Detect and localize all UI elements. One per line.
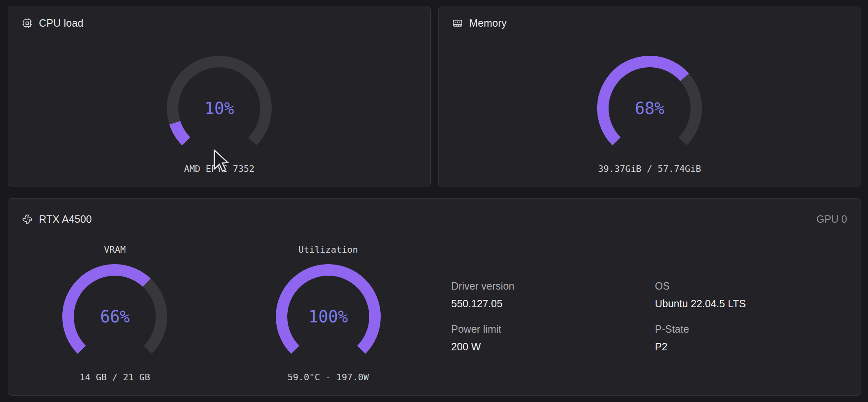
vram-gauge-sublabel: 14 GB / 21 GB xyxy=(80,372,150,383)
cpu-chip-icon xyxy=(22,18,32,28)
vram-gauge-value: 66% xyxy=(62,264,167,369)
memory-card-title: Memory xyxy=(469,18,507,28)
gpu-card-header: RTX A4500 GPU 0 xyxy=(8,214,861,224)
utilization-gauge-sublabel: 59.0°C - 197.0W xyxy=(287,372,369,383)
cpu-gauge-sublabel: AMD EPYC 7352 xyxy=(184,163,254,175)
os-value: Ubuntu 22.04.5 LTS xyxy=(655,297,861,311)
pstate-field: P-State P2 xyxy=(655,322,861,354)
power-limit-field: Power limit 200 W xyxy=(451,322,655,354)
cpu-card-title: CPU load xyxy=(39,18,84,28)
utilization-gauge-title: Utilization xyxy=(298,244,358,256)
memory-card: Memory 68% 39.37GiB / 57.74GiB xyxy=(438,6,861,187)
cpu-card-header: CPU load xyxy=(22,18,416,28)
utilization-gauge: 100% xyxy=(276,264,381,369)
cpu-gauge: 10% xyxy=(167,56,272,161)
os-label: OS xyxy=(655,279,861,293)
memory-gauge: 68% xyxy=(597,56,702,161)
power-limit-value: 200 W xyxy=(451,340,655,354)
utilization-gauge-value: 100% xyxy=(276,264,381,369)
memory-stick-icon xyxy=(452,18,463,28)
os-field: OS Ubuntu 22.04.5 LTS xyxy=(655,279,861,311)
pstate-value: P2 xyxy=(655,340,861,354)
vram-gauge-block: VRAM 66% 14 GB / 21 GB xyxy=(8,224,222,383)
gpu-card: RTX A4500 GPU 0 VRAM 66% 14 GB / 21 GB xyxy=(8,198,861,396)
utilization-gauge-block: Utilization 100% 59.0°C - 197.0W xyxy=(222,224,435,383)
gpu-index-badge: GPU 0 xyxy=(816,213,847,225)
gpu-card-title: RTX A4500 xyxy=(39,214,92,224)
cpu-load-card: CPU load 10% AMD EPYC 7352 xyxy=(8,6,431,187)
power-limit-label: Power limit xyxy=(451,322,655,336)
gpu-info-grid: Driver version 550.127.05 OS Ubuntu 22.0… xyxy=(435,224,861,383)
memory-gauge-sublabel: 39.37GiB / 57.74GiB xyxy=(598,163,701,175)
driver-version-field: Driver version 550.127.05 xyxy=(451,279,655,311)
monitoring-dashboard: CPU load 10% AMD EPYC 7352 xyxy=(0,0,868,396)
memory-card-header: Memory xyxy=(452,18,847,28)
driver-version-value: 550.127.05 xyxy=(451,297,655,311)
fan-icon xyxy=(22,214,32,224)
pstate-label: P-State xyxy=(655,322,861,336)
driver-version-label: Driver version xyxy=(451,279,655,293)
vram-gauge: 66% xyxy=(62,264,167,369)
vram-gauge-title: VRAM xyxy=(104,244,126,256)
cpu-gauge-value: 10% xyxy=(167,56,272,161)
memory-gauge-value: 68% xyxy=(597,56,702,161)
